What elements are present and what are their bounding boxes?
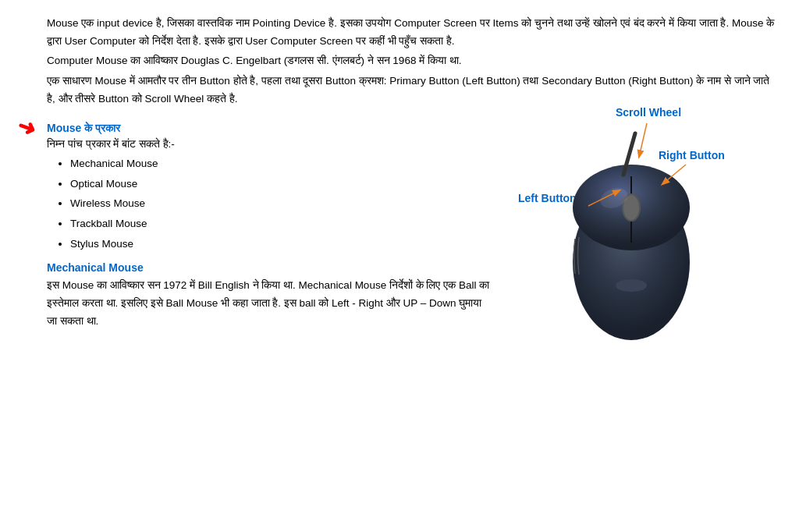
list-item-stylus: Stylus Mouse: [70, 234, 495, 254]
mechanical-heading-text: Mechanical Mouse: [47, 261, 144, 274]
intro-paragraph-2: Computer Mouse का आविष्कार Douglas C. En…: [47, 51, 776, 69]
scroll-wheel-label: Scroll Wheel: [616, 106, 681, 119]
list-item-text-4: Stylus Mouse: [70, 238, 133, 250]
mechanical-mouse-heading: Mechanical Mouse: [47, 261, 495, 274]
mouse-diagram: Scroll Wheel Right Button Left Button: [502, 106, 768, 356]
mechanical-text-content: इस Mouse का आविष्कार सन 1972 में Bill En…: [47, 279, 489, 327]
intro-paragraph-3: एक साधारण Mouse में आमतौर पर तीन Button …: [47, 72, 776, 108]
mouse-types-heading-text: Mouse के प्रकार: [47, 122, 120, 134]
list-item-text-0: Mechanical Mouse: [70, 158, 158, 169]
intro-text-3-part: एक साधारण Mouse में आमतौर पर तीन Button …: [47, 75, 769, 105]
intro-text-2: Computer Mouse का आविष्कार Douglas C. En…: [47, 55, 461, 66]
intro-text-1: Mouse एक input device है, जिसका वास्तविक…: [47, 17, 774, 47]
mouse-types-list: Mechanical Mouse Optical Mouse Wireless …: [70, 154, 495, 254]
intro-paragraph-1: Mouse एक input device है, जिसका वास्तविक…: [47, 14, 776, 50]
svg-point-6: [616, 279, 647, 292]
list-item-mechanical: Mechanical Mouse: [70, 154, 495, 174]
mouse-types-intro-text: निम्न पांच प्रकार में बांट सकते है:-: [47, 138, 175, 150]
left-section: Mouse के प्रकार निम्न पांच प्रकार में बा…: [47, 114, 495, 356]
mouse-types-heading: Mouse के प्रकार: [47, 122, 495, 135]
list-item-optical: Optical Mouse: [70, 174, 495, 194]
mechanical-mouse-description: इस Mouse का आविष्कार सन 1972 में Bill En…: [47, 277, 495, 331]
mouse-diagram-section: Scroll Wheel Right Button Left Button: [495, 106, 776, 356]
red-arrow-indicator: ➜: [13, 113, 39, 144]
list-item-trackball: Trackball Mouse: [70, 214, 495, 234]
mouse-types-intro: निम्न पांच प्रकार में बांट सकते है:-: [47, 138, 495, 151]
scroll-wheel-label-text: Scroll Wheel: [616, 106, 681, 119]
page-container: ➜ Mouse एक input device है, जिसका वास्तव…: [0, 0, 799, 532]
mouse-illustration: [545, 129, 717, 348]
list-item-text-1: Optical Mouse: [70, 178, 137, 190]
list-item-text-2: Wireless Mouse: [70, 197, 145, 209]
list-item-text-3: Trackball Mouse: [70, 218, 147, 229]
list-item-wireless: Wireless Mouse: [70, 193, 495, 214]
content-area: Mouse के प्रकार निम्न पांच प्रकार में बा…: [47, 114, 776, 356]
